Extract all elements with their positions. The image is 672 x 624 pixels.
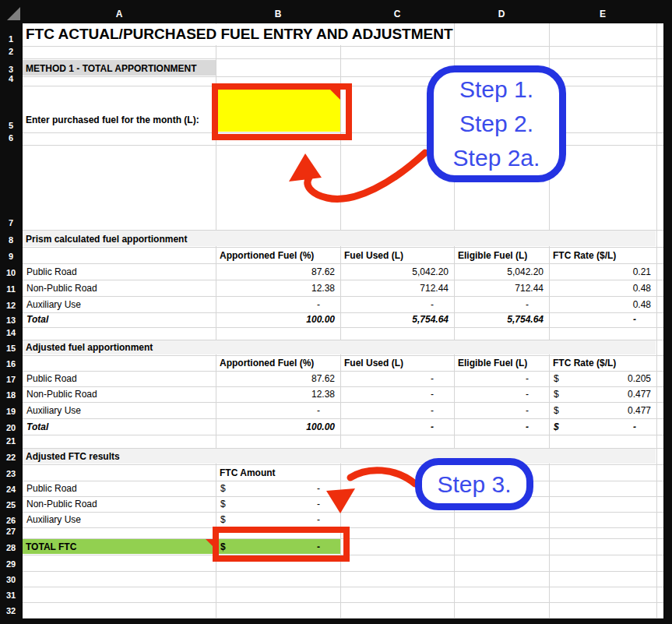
cell-C9[interactable]: Fuel Used (L): [340, 247, 454, 263]
cell-D16[interactable]: Eligible Fuel (L): [454, 355, 549, 371]
cell-A28[interactable]: TOTAL FTC: [23, 538, 216, 555]
cell-E11[interactable]: 0.48: [549, 280, 656, 296]
cell-A12[interactable]: Auxiliary Use: [23, 296, 216, 312]
cell-C20[interactable]: -: [340, 418, 454, 435]
cell-D18[interactable]: -: [454, 386, 549, 402]
cell-D9[interactable]: Eligible Fuel (L): [454, 247, 549, 263]
row-header-9[interactable]: 9: [2, 247, 20, 263]
cell-D11[interactable]: 712.44: [454, 280, 549, 296]
cell-A22[interactable]: Adjusted FTC results: [23, 448, 216, 464]
row-header-24[interactable]: 24: [2, 481, 20, 496]
cell-B18[interactable]: 12.38: [216, 386, 340, 402]
cell-A24[interactable]: Public Road: [23, 481, 216, 496]
column-header-A[interactable]: A: [23, 5, 216, 23]
cell-E13[interactable]: -: [549, 312, 656, 327]
cell-E16[interactable]: FTC Rate ($/L): [549, 355, 656, 371]
cell-A11[interactable]: Non-Public Road: [23, 280, 216, 296]
cell-B24[interactable]: $-: [216, 481, 340, 496]
cell-E12[interactable]: 0.48: [549, 296, 656, 312]
row-header-22[interactable]: 22: [2, 448, 20, 464]
cell-A5[interactable]: Enter purchased fuel for the month (L):: [23, 86, 216, 132]
cell-C16[interactable]: Fuel Used (L): [340, 355, 454, 371]
cell-B12[interactable]: -: [216, 296, 340, 312]
cell-B9[interactable]: Apportioned Fuel (%): [216, 247, 340, 263]
cell-C12[interactable]: -: [340, 296, 454, 312]
cell-A17[interactable]: Public Road: [23, 371, 216, 386]
row-header-4[interactable]: 4: [2, 76, 20, 86]
cell-C19[interactable]: -: [340, 402, 454, 418]
row-header-23[interactable]: 23: [2, 464, 20, 481]
cell-E17[interactable]: $0.205: [549, 371, 656, 386]
row-header-29[interactable]: 29: [2, 555, 20, 571]
cell-B25[interactable]: $-: [216, 496, 340, 512]
cell-B17[interactable]: 87.62: [216, 371, 340, 386]
cell-B13[interactable]: 100.00: [216, 312, 340, 327]
cell-E18[interactable]: $0.477: [549, 386, 656, 402]
row-header-30[interactable]: 30: [2, 571, 20, 587]
column-header-D[interactable]: D: [454, 5, 549, 23]
cell-D17[interactable]: -: [454, 371, 549, 386]
row-header-7[interactable]: 7: [2, 145, 20, 230]
row-header-14[interactable]: 14: [2, 327, 20, 340]
cell-C10[interactable]: 5,042.20: [340, 263, 454, 280]
cell-A10[interactable]: Public Road: [23, 263, 216, 280]
row-header-32[interactable]: 32: [2, 602, 20, 618]
cell-D12[interactable]: -: [454, 296, 549, 312]
row-header-16[interactable]: 16: [2, 355, 20, 371]
column-header-E[interactable]: E: [549, 5, 656, 23]
cell-A19[interactable]: Auxiliary Use: [23, 402, 216, 418]
cell-D20[interactable]: -: [454, 418, 549, 435]
row-header-6[interactable]: 6: [2, 132, 20, 145]
row-header-19[interactable]: 19: [2, 402, 20, 418]
cell-B10[interactable]: 87.62: [216, 263, 340, 280]
cell-A3[interactable]: METHOD 1 - TOTAL APPORTIONMENT: [23, 58, 216, 76]
row-header-17[interactable]: 17: [2, 371, 20, 386]
row-header-27[interactable]: 27: [2, 527, 20, 538]
cell-E10[interactable]: 0.21: [549, 263, 656, 280]
cell-C17[interactable]: -: [340, 371, 454, 386]
cell-C13[interactable]: 5,754.64: [340, 312, 454, 327]
row-header-20[interactable]: 20: [2, 418, 20, 435]
cell-B16[interactable]: Apportioned Fuel (%): [216, 355, 340, 371]
row-header-1[interactable]: 1: [2, 23, 20, 46]
cell-C11[interactable]: 712.44: [340, 280, 454, 296]
cell-B23[interactable]: FTC Amount: [216, 464, 340, 481]
cell-B19[interactable]: -: [216, 402, 340, 418]
cell-D13[interactable]: 5,754.64: [454, 312, 549, 327]
cell-B26[interactable]: $-: [216, 512, 340, 527]
row-header-31[interactable]: 31: [2, 587, 20, 602]
row-header-11[interactable]: 11: [2, 280, 20, 296]
cell-A8[interactable]: Prism calculated fuel apportionment: [23, 230, 216, 247]
cell-B28[interactable]: $-: [216, 538, 340, 555]
select-all-corner-icon[interactable]: [7, 7, 20, 20]
row-header-15[interactable]: 15: [2, 340, 20, 355]
cell-A13[interactable]: Total: [23, 312, 216, 327]
row-header-21[interactable]: 21: [2, 435, 20, 448]
cell-E20[interactable]: $-: [549, 418, 656, 435]
cell-A18[interactable]: Non-Public Road: [23, 386, 216, 402]
row-header-13[interactable]: 13: [2, 312, 20, 327]
column-header-C[interactable]: C: [340, 5, 454, 23]
cell-A26[interactable]: Auxiliary Use: [23, 512, 216, 527]
cell-C18[interactable]: -: [340, 386, 454, 402]
cell-A25[interactable]: Non-Public Road: [23, 496, 216, 512]
cell-A20[interactable]: Total: [23, 418, 216, 435]
row-header-12[interactable]: 12: [2, 296, 20, 312]
row-header-25[interactable]: 25: [2, 496, 20, 512]
cell-D19[interactable]: -: [454, 402, 549, 418]
cell-B5[interactable]: [216, 86, 340, 132]
row-header-28[interactable]: 28: [2, 538, 20, 555]
row-header-2[interactable]: 2: [2, 46, 20, 58]
row-header-18[interactable]: 18: [2, 386, 20, 402]
cell-E19[interactable]: $0.477: [549, 402, 656, 418]
cell-B20[interactable]: 100.00: [216, 418, 340, 435]
cell-A15[interactable]: Adjusted fuel apportionment: [23, 340, 216, 355]
row-header-26[interactable]: 26: [2, 512, 20, 527]
cell-E9[interactable]: FTC Rate ($/L): [549, 247, 656, 263]
cell-D10[interactable]: 5,042.20: [454, 263, 549, 280]
row-header-10[interactable]: 10: [2, 263, 20, 280]
cell-A1[interactable]: FTC ACTUAL/PURCHASED FUEL ENTRY AND ADJU…: [23, 23, 454, 46]
row-header-8[interactable]: 8: [2, 230, 20, 247]
cell-B11[interactable]: 12.38: [216, 280, 340, 296]
column-header-B[interactable]: B: [216, 5, 340, 23]
